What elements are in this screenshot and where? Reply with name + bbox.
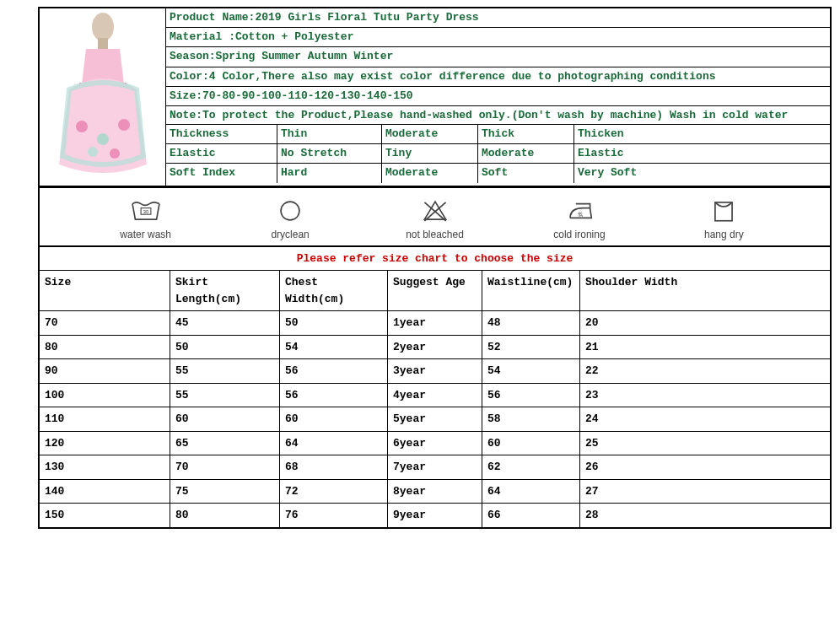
- svg-point-5: [118, 119, 130, 131]
- size-cell: 76: [280, 504, 388, 527]
- hang-dry-icon: [706, 197, 741, 225]
- size-data-row: 10055564year5623: [40, 384, 830, 408]
- size-cell: 28: [580, 504, 830, 527]
- size-chart: Please refer size chart to choose the si…: [38, 247, 832, 529]
- size-data-row: 13070687year6226: [40, 455, 830, 480]
- size-cell: 26: [580, 455, 830, 480]
- care-instructions: 30 water wash dryclean not bleached 低 co…: [38, 187, 832, 247]
- size-data-row: 9055563year5422: [40, 359, 830, 384]
- attr-val: Moderate: [382, 164, 478, 182]
- svg-text:30: 30: [143, 209, 148, 214]
- size-cell: 24: [580, 407, 830, 432]
- size-cell: 110: [40, 407, 170, 432]
- size-cell: 7year: [388, 455, 482, 480]
- size-row: Size:70-80-90-100-110-120-130-140-150: [166, 87, 830, 106]
- size-data-row: 14075728year6427: [40, 480, 830, 504]
- size-data-row: 7045501year4820: [40, 311, 830, 336]
- size-chart-title: Please refer size chart to choose the si…: [40, 247, 830, 271]
- svg-rect-1: [98, 38, 108, 50]
- attr-val: No Stretch: [277, 144, 382, 164]
- size-cell: 48: [482, 311, 580, 336]
- size-cell: 120: [40, 432, 170, 456]
- product-name-row: Product Name:2019 Girls Floral Tutu Part…: [166, 8, 830, 28]
- care-label: dryclean: [271, 229, 309, 240]
- size-cell: 21: [580, 336, 830, 360]
- size-cell: 1year: [388, 311, 482, 336]
- size-data-row: 12065646year6025: [40, 432, 830, 456]
- size-cell: 3year: [388, 359, 482, 384]
- size-cell: 64: [482, 480, 580, 504]
- size-cell: 2year: [388, 336, 482, 360]
- attr-val: Soft: [478, 164, 574, 182]
- dryclean-icon: [272, 197, 308, 225]
- size-cell: 64: [280, 432, 388, 456]
- care-label: hang dry: [704, 229, 744, 240]
- attr-val: Very Soft: [574, 164, 830, 182]
- svg-point-7: [110, 148, 120, 159]
- size-cell: 27: [580, 480, 830, 504]
- note-row: Note:To protect the Product,Please hand-…: [166, 106, 830, 125]
- size-cell: 60: [482, 432, 580, 456]
- cold-ironing-icon: 低: [562, 197, 597, 225]
- size-cell: 70: [40, 311, 170, 336]
- size-data-row: 8050542year5221: [40, 336, 830, 360]
- size-cell: 130: [40, 455, 170, 480]
- svg-point-3: [76, 121, 88, 132]
- size-cell: 55: [170, 359, 280, 384]
- size-cell: 62: [482, 455, 580, 480]
- size-header-row: SizeSkirt Length(cm)Chest Width(cm)Sugge…: [40, 271, 830, 311]
- care-hang-dry: hang dry: [652, 197, 796, 240]
- attr-val: Thick: [478, 125, 574, 144]
- size-cell: 80: [170, 504, 280, 527]
- size-cell: 54: [482, 359, 580, 384]
- attr-val: Thicken: [574, 125, 830, 144]
- size-data-row: 15080769year6628: [40, 504, 830, 527]
- attr-val: Tiny: [382, 144, 478, 164]
- size-header-cell: Shoulder Width: [580, 271, 830, 311]
- size-header-cell: Size: [40, 271, 170, 311]
- size-cell: 58: [482, 407, 580, 432]
- size-cell: 65: [170, 432, 280, 456]
- svg-text:低: 低: [578, 212, 583, 217]
- care-not-bleached: not bleached: [363, 197, 507, 240]
- product-info-block: Product Name:2019 Girls Floral Tutu Part…: [38, 7, 832, 187]
- size-cell: 55: [170, 384, 280, 408]
- size-cell: 75: [170, 480, 280, 504]
- size-cell: 66: [482, 504, 580, 527]
- attr-label: Thickness: [166, 125, 277, 144]
- size-cell: 22: [580, 359, 830, 384]
- dress-icon: [52, 8, 153, 186]
- size-cell: 100: [40, 384, 170, 408]
- size-cell: 56: [280, 359, 388, 384]
- attr-val: Hard: [277, 164, 382, 182]
- size-cell: 56: [280, 384, 388, 408]
- care-label: not bleached: [406, 229, 464, 240]
- size-header-cell: Waistline(cm): [482, 271, 580, 311]
- size-cell: 60: [280, 407, 388, 432]
- care-label: cold ironing: [553, 229, 605, 240]
- size-data-row: 11060605year5824: [40, 407, 830, 432]
- size-cell: 8year: [388, 480, 482, 504]
- color-row: Color:4 Color,There also may exist color…: [166, 67, 830, 87]
- product-image: [40, 8, 166, 186]
- size-header-cell: Suggest Age: [388, 271, 482, 311]
- size-cell: 90: [40, 359, 170, 384]
- season-row: Season:Spring Summer Autumn Winter: [166, 47, 830, 67]
- size-cell: 6year: [388, 432, 482, 456]
- svg-point-4: [97, 133, 109, 145]
- care-water-wash: 30 water wash: [73, 197, 218, 240]
- size-cell: 60: [170, 407, 280, 432]
- care-dryclean: dryclean: [218, 197, 362, 240]
- water-wash-icon: 30: [128, 197, 164, 225]
- attr-row-soft: Soft Index Hard Moderate Soft Very Soft: [166, 164, 830, 182]
- attr-row-thickness: Thickness Thin Moderate Thick Thicken: [166, 125, 830, 144]
- attr-label: Soft Index: [166, 164, 277, 182]
- svg-point-6: [88, 147, 98, 157]
- not-bleached-icon: [417, 197, 453, 225]
- size-cell: 50: [170, 336, 280, 360]
- material-row: Material :Cotton + Polyester: [166, 28, 830, 47]
- attr-val: Elastic: [574, 144, 830, 164]
- svg-point-0: [92, 13, 114, 41]
- care-label: water wash: [120, 229, 171, 240]
- size-cell: 140: [40, 480, 170, 504]
